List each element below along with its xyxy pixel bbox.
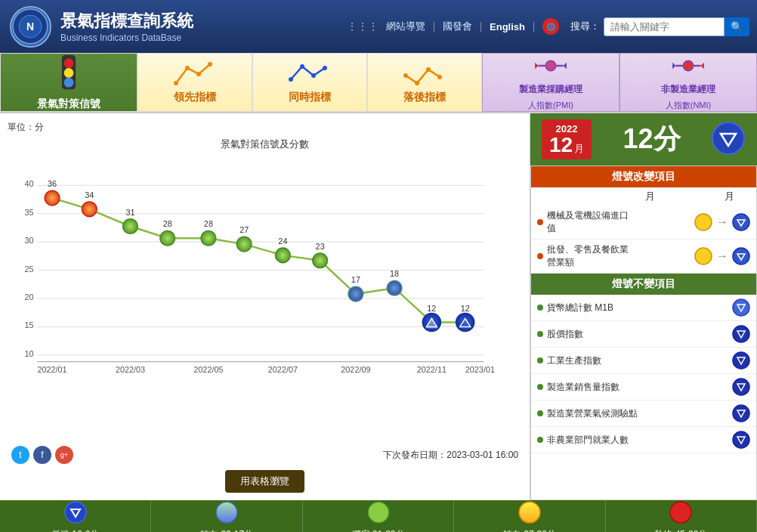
- svg-text:20: 20: [24, 292, 33, 302]
- svg-text:27: 27: [239, 225, 249, 234]
- tab-lagging-label: 落後指標: [403, 91, 446, 104]
- tab-coincident-icon: [287, 60, 332, 87]
- item-dot-u3: [537, 357, 543, 363]
- item-arrow-1: →: [716, 215, 728, 229]
- svg-point-47: [160, 230, 175, 246]
- svg-point-94: [733, 431, 749, 448]
- item-name-u5: 製造業營業氣候測驗點: [547, 407, 728, 420]
- changed-section-title: 燈號改變項目: [531, 166, 756, 187]
- svg-point-45: [123, 219, 138, 234]
- twitter-icon[interactable]: t: [11, 446, 29, 464]
- grid-icon: ⋮⋮⋮: [347, 20, 378, 32]
- svg-text:30: 30: [24, 236, 33, 245]
- svg-point-7: [174, 81, 178, 85]
- svg-point-79: [733, 214, 749, 230]
- legend-hot-icon: [669, 501, 692, 526]
- unchanged-item-6: 非農業部門就業人數: [531, 427, 756, 453]
- tab-nmi[interactable]: 非製造業經理 人指數(NMI): [620, 53, 757, 112]
- svg-text:40: 40: [24, 179, 33, 188]
- svg-text:24: 24: [278, 237, 287, 246]
- facebook-icon[interactable]: f: [33, 446, 51, 464]
- svg-point-8: [185, 66, 190, 70]
- site-title: 景氣指標查詢系統 Business Indicators DataBase: [60, 10, 347, 43]
- svg-text:28: 28: [204, 219, 213, 228]
- legend-low-icon: [64, 501, 87, 526]
- item-dot-u2: [537, 331, 543, 337]
- svg-text:31: 31: [125, 208, 134, 217]
- svg-text:12: 12: [427, 304, 436, 313]
- tab-coincident[interactable]: 同時指標: [252, 53, 367, 112]
- svg-text:23: 23: [316, 242, 325, 251]
- view-table-button[interactable]: 用表格瀏覽: [225, 470, 304, 493]
- svg-point-14: [323, 66, 327, 70]
- legend-low[interactable]: 低迷 16-9分: [0, 500, 151, 532]
- indicator-col-headers: 月 月: [531, 187, 756, 206]
- svg-text:17: 17: [351, 275, 360, 284]
- legend-turning-down-icon: [215, 501, 238, 526]
- search-input[interactable]: [604, 17, 725, 36]
- svg-point-41: [45, 190, 60, 206]
- svg-text:18: 18: [390, 269, 399, 278]
- svg-point-43: [82, 202, 97, 217]
- legend-turning-down[interactable]: 轉向 22-17分: [151, 500, 302, 532]
- svg-point-82: [733, 248, 749, 264]
- search-form: 搜尋： 🔍: [570, 17, 749, 36]
- nav-tabs: 景氣對策信號 領先指標 同時指標 落後指標: [0, 53, 757, 113]
- svg-point-5: [64, 68, 74, 78]
- item-icons-u6: [732, 431, 750, 449]
- score-display: 12分: [599, 121, 704, 158]
- svg-text:35: 35: [24, 208, 33, 217]
- tab-lagging[interactable]: 落後指標: [367, 53, 482, 112]
- item-dot-u6: [537, 437, 543, 443]
- legend-stable[interactable]: 穩定 31-23分: [303, 500, 454, 532]
- svg-point-76: [712, 122, 744, 154]
- item-icons-u3: [732, 351, 750, 370]
- nav-site-nav[interactable]: 網站導覽: [386, 20, 425, 33]
- svg-point-99: [368, 502, 389, 523]
- next-date: 下次發布日期：2023-03-01 16:00: [383, 449, 518, 462]
- nav-national-dev[interactable]: 國發會: [443, 20, 472, 33]
- google-icon[interactable]: g+: [55, 446, 73, 464]
- svg-point-10: [208, 62, 212, 66]
- changed-item-1: 機械及電機設備進口值 →: [531, 206, 756, 240]
- svg-point-15: [403, 73, 408, 78]
- svg-text:N: N: [26, 20, 34, 32]
- tab-pmi[interactable]: 製造業採購經理 人指數(PMI): [482, 53, 620, 112]
- svg-text:2022/07: 2022/07: [268, 365, 298, 374]
- tab-leading[interactable]: 領先指標: [137, 53, 252, 112]
- chart-area: 單位：分 景氣對策信號及分數 40 35 30 25 20 15 10: [0, 113, 530, 500]
- item-name-u3: 工業生產指數: [547, 354, 728, 367]
- svg-point-55: [313, 253, 328, 268]
- svg-point-90: [733, 379, 749, 395]
- unchanged-item-5: 製造業營業氣候測驗點: [531, 401, 756, 427]
- svg-text:10: 10: [24, 349, 33, 358]
- svg-point-4: [64, 58, 74, 68]
- indicators-panel[interactable]: 燈號改變項目 月 月 機械及電機設備進口值 →: [530, 165, 757, 500]
- social-icons: t f g+: [11, 446, 73, 464]
- item-name-u6: 非農業部門就業人數: [547, 434, 728, 447]
- svg-point-12: [300, 64, 304, 69]
- score-icon: [712, 122, 746, 158]
- tab-business-signal[interactable]: 景氣對策信號: [0, 53, 137, 112]
- item-icons-u1: [732, 298, 750, 317]
- chart-container: 40 35 30 25 20 15 10: [8, 155, 499, 442]
- tab-leading-icon: [172, 60, 218, 87]
- svg-point-20: [545, 60, 555, 70]
- item-dot-u1: [537, 305, 543, 311]
- svg-point-101: [670, 502, 691, 523]
- tab-coincident-label: 同時指標: [289, 91, 331, 104]
- month-label: 12: [549, 135, 573, 156]
- svg-point-86: [733, 326, 749, 342]
- svg-point-78: [695, 214, 712, 230]
- tab-pmi-icon: [532, 54, 570, 79]
- item-dot-1: [537, 219, 543, 225]
- legend-turning-up[interactable]: 轉向 37-32分: [454, 500, 605, 532]
- search-button[interactable]: 🔍: [725, 17, 749, 36]
- nav-english[interactable]: English: [490, 21, 525, 32]
- item-arrow-2: →: [716, 249, 728, 263]
- tab-nmi-label: 非製造業經理: [661, 83, 715, 96]
- item-icons-u5: [732, 404, 750, 422]
- svg-point-92: [733, 405, 749, 422]
- header: N 景氣指標查詢系統 Business Indicators DataBase …: [0, 0, 757, 53]
- legend-hot[interactable]: 熱絡 45-38分: [606, 500, 757, 532]
